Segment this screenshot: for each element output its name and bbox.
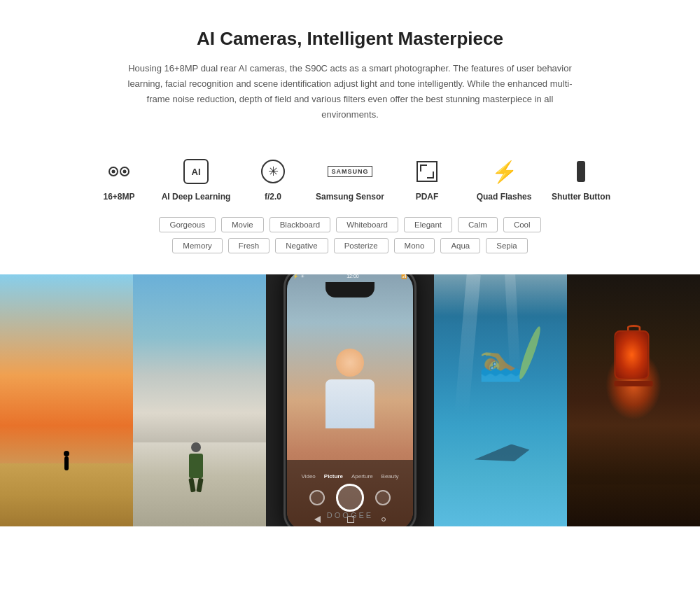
feature-shutter: Shutter Button bbox=[542, 158, 620, 203]
flash-icon: ⚡ bbox=[491, 158, 517, 186]
feature-label-pdaf: PDAF bbox=[416, 191, 439, 203]
camera-gallery-button[interactable] bbox=[309, 490, 325, 505]
sunset-silhouette bbox=[64, 456, 69, 470]
feature-aperture: f/2.0 bbox=[234, 158, 312, 203]
filter-whiteboard[interactable]: Whiteboard bbox=[336, 217, 398, 232]
feature-label-aperture: f/2.0 bbox=[265, 191, 281, 203]
filter-section: Gorgeous Movie Blackboard Whiteboard Ele… bbox=[0, 210, 700, 267]
filter-gorgeous[interactable]: Gorgeous bbox=[159, 217, 216, 232]
filter-calm[interactable]: Calm bbox=[458, 217, 498, 232]
camera-modes: Video Picture Aperture Beauty bbox=[301, 473, 398, 479]
images-row: ⚡ ☀ 12:00 📶 Video Picture bbox=[0, 274, 700, 526]
phone-device: ⚡ ☀ 12:00 📶 Video Picture bbox=[284, 274, 416, 526]
filter-posterize[interactable]: Posterize bbox=[334, 238, 388, 253]
dual-cam-icon bbox=[108, 158, 130, 186]
filter-mono[interactable]: Mono bbox=[394, 238, 435, 253]
mode-aperture[interactable]: Aperture bbox=[351, 473, 373, 479]
filter-cool[interactable]: Cool bbox=[503, 217, 541, 232]
feature-label-ai: AI Deep Learning bbox=[162, 191, 231, 203]
header-section: AI Cameras, Intelligent Masterpiece Hous… bbox=[0, 0, 700, 136]
lantern-shape bbox=[615, 325, 653, 384]
page-description: Housing 16+8MP dual rear AI cameras, the… bbox=[126, 61, 574, 122]
panel-phone: ⚡ ☀ 12:00 📶 Video Picture bbox=[266, 274, 434, 526]
filter-elegant[interactable]: Elegant bbox=[404, 217, 452, 232]
mode-video[interactable]: Video bbox=[301, 473, 315, 479]
panel-sunset bbox=[0, 274, 133, 526]
ai-icon: AI bbox=[183, 158, 209, 186]
feature-samsung: SAMSUNG Samsung Sensor bbox=[312, 158, 388, 203]
filter-sepia[interactable]: Sepia bbox=[486, 238, 527, 253]
camera-shutter-button[interactable] bbox=[336, 484, 364, 512]
pdaf-icon bbox=[416, 158, 438, 186]
features-row: 16+8MP AI AI Deep Learning f/2.0 SAMSUNG… bbox=[0, 136, 700, 210]
phone-status-bar: ⚡ ☀ 12:00 📶 bbox=[287, 274, 413, 282]
samsung-icon: SAMSUNG bbox=[328, 158, 372, 186]
camera-flip-button[interactable] bbox=[375, 490, 391, 505]
filter-aqua[interactable]: Aqua bbox=[440, 238, 480, 253]
camera-controls bbox=[309, 484, 391, 512]
brand-label: DOOGEE bbox=[327, 511, 373, 519]
filter-row-1: Gorgeous Movie Blackboard Whiteboard Ele… bbox=[159, 217, 540, 232]
feature-label-samsung: Samsung Sensor bbox=[316, 191, 384, 203]
shutter-icon bbox=[577, 158, 585, 186]
mode-beauty[interactable]: Beauty bbox=[382, 473, 399, 479]
feature-quad-flash: ⚡ Quad Flashes bbox=[465, 158, 542, 203]
feature-label-quad-flash: Quad Flashes bbox=[477, 191, 532, 203]
page-title: AI Cameras, Intelligent Masterpiece bbox=[70, 28, 630, 50]
sunset-ground bbox=[0, 463, 133, 526]
recent-nav-icon[interactable] bbox=[382, 517, 386, 522]
filter-row-2: Memory Fresh Negative Posterize Mono Aqu… bbox=[172, 238, 527, 253]
underwater-swimmer: 🏊 bbox=[479, 342, 522, 383]
feature-dual-cam: 16+8MP bbox=[80, 158, 158, 203]
back-nav-icon[interactable] bbox=[314, 516, 321, 523]
filter-movie[interactable]: Movie bbox=[221, 217, 264, 232]
filter-blackboard[interactable]: Blackboard bbox=[270, 217, 331, 232]
filter-fresh[interactable]: Fresh bbox=[228, 238, 270, 253]
phone-notch bbox=[326, 282, 374, 298]
feature-pdaf: PDAF bbox=[388, 158, 465, 203]
phone-screen: ⚡ ☀ 12:00 📶 Video Picture bbox=[287, 274, 413, 526]
mode-picture[interactable]: Picture bbox=[324, 473, 343, 479]
underwater-shark bbox=[472, 441, 531, 468]
phone-screen-subject bbox=[322, 349, 378, 433]
panel-lantern bbox=[567, 274, 700, 526]
mountain-hiker bbox=[186, 442, 206, 484]
feature-ai: AI AI Deep Learning bbox=[158, 158, 234, 203]
aperture-icon bbox=[261, 158, 285, 186]
filter-negative[interactable]: Negative bbox=[275, 238, 328, 253]
feature-label-dual-cam: 16+8MP bbox=[103, 191, 134, 203]
feature-label-shutter: Shutter Button bbox=[552, 191, 610, 203]
panel-underwater: 🏊 bbox=[434, 274, 567, 526]
filter-memory[interactable]: Memory bbox=[172, 238, 223, 253]
panel-mountain bbox=[133, 274, 266, 526]
